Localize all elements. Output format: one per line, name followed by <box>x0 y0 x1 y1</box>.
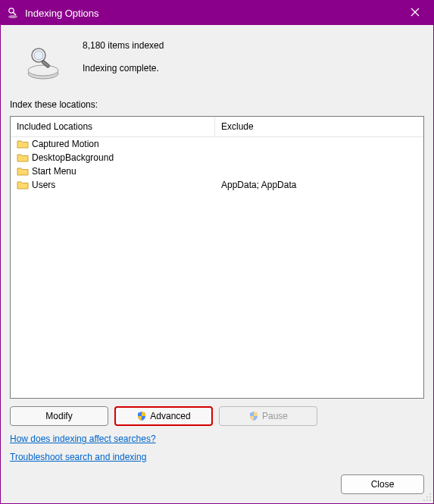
shield-icon <box>136 411 147 421</box>
locations-header: Included Locations Exclude <box>11 117 423 137</box>
window-title: Indexing Options <box>25 8 400 19</box>
location-name: DesktopBackground <box>32 152 114 163</box>
folder-icon <box>17 166 29 177</box>
buttons-row: Modify Advanced Pause <box>10 406 424 426</box>
status-text: 8,180 items indexed Indexing complete. <box>83 40 164 74</box>
status-area: 8,180 items indexed Indexing complete. <box>10 34 424 99</box>
location-name: Start Menu <box>32 166 76 177</box>
column-header-included[interactable]: Included Locations <box>11 117 215 136</box>
svg-point-12 <box>426 496 428 498</box>
link-how-affects-searches[interactable]: How does indexing affect searches? <box>10 434 156 444</box>
window-close-button[interactable] <box>400 2 430 23</box>
list-item[interactable]: DesktopBackground <box>11 151 423 164</box>
resize-grip-icon[interactable] <box>423 493 432 502</box>
svg-point-10 <box>429 493 431 495</box>
items-indexed-text: 8,180 items indexed <box>83 40 164 51</box>
svg-point-13 <box>429 499 431 501</box>
advanced-button[interactable]: Advanced <box>114 406 213 426</box>
column-header-exclude[interactable]: Exclude <box>215 117 423 136</box>
app-icon <box>7 7 19 19</box>
list-item[interactable]: Captured Motion <box>11 137 423 151</box>
indexing-state-text: Indexing complete. <box>83 63 164 74</box>
locations-label: Index these locations: <box>10 99 424 110</box>
pause-button: Pause <box>219 406 317 426</box>
svg-line-1 <box>13 12 16 15</box>
location-name: Users <box>32 180 55 190</box>
close-row: Close <box>10 474 424 494</box>
folder-icon <box>17 139 29 149</box>
list-item[interactable]: Start Menu <box>11 164 423 178</box>
indexing-options-window: Indexing Options 8,180 items indexed Ind… <box>0 0 434 504</box>
folder-icon <box>17 152 29 163</box>
svg-point-6 <box>28 65 58 76</box>
modify-button[interactable]: Modify <box>10 406 108 426</box>
svg-point-8 <box>34 51 43 60</box>
close-button[interactable]: Close <box>341 474 424 494</box>
shield-icon <box>248 411 259 421</box>
location-name: Captured Motion <box>32 139 99 149</box>
folder-icon <box>17 180 29 190</box>
svg-point-15 <box>423 499 425 501</box>
list-item[interactable]: Users AppData; AppData <box>11 178 423 192</box>
locations-body: Captured Motion DesktopBackground Start … <box>11 137 423 398</box>
svg-point-11 <box>429 496 431 498</box>
titlebar: Indexing Options <box>1 1 433 25</box>
link-troubleshoot[interactable]: Troubleshoot search and indexing <box>10 452 146 462</box>
exclude-value: AppData; AppData <box>221 180 296 190</box>
help-links: How does indexing affect searches? Troub… <box>10 434 424 462</box>
svg-point-2 <box>8 15 17 18</box>
locations-list[interactable]: Included Locations Exclude Captured Moti… <box>10 116 424 399</box>
close-icon <box>411 8 420 19</box>
magnifier-drive-icon <box>25 45 61 81</box>
content-area: 8,180 items indexed Indexing complete. I… <box>1 25 433 503</box>
svg-point-14 <box>426 499 428 501</box>
